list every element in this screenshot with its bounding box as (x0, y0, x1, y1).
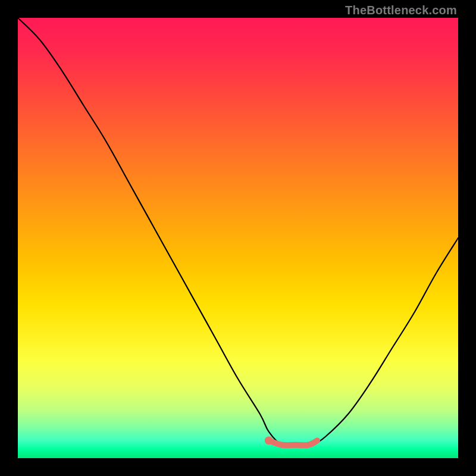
attribution-label: TheBottleneck.com (345, 4, 457, 17)
plot-area (18, 18, 458, 458)
chart-svg (18, 18, 458, 458)
flat-valley-marker-line (269, 440, 317, 445)
chart-container: TheBottleneck.com (0, 0, 476, 476)
valley-start-dot (265, 436, 273, 444)
bottleneck-curve (18, 18, 458, 446)
